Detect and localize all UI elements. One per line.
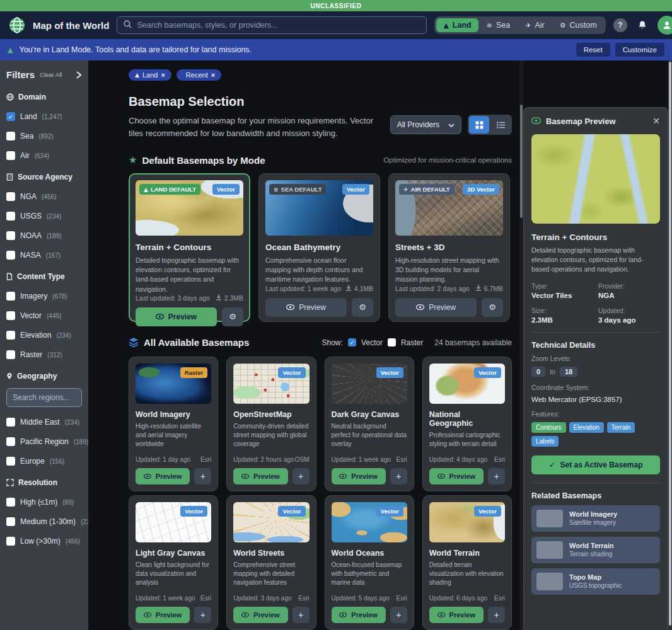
filter-checkbox[interactable] <box>6 151 15 160</box>
global-search[interactable] <box>117 16 427 34</box>
settings-gear-button[interactable]: ⚙ <box>352 298 373 317</box>
list-view-button[interactable] <box>490 116 511 134</box>
preview-button[interactable]: Preview <box>429 468 484 484</box>
scrollbar-thumb[interactable] <box>669 62 671 626</box>
filter-checkbox[interactable] <box>6 231 15 240</box>
filter-checkbox[interactable] <box>6 251 15 260</box>
filter-option[interactable]: Low (>30m) (456) <box>6 537 82 546</box>
basemap-card[interactable]: Raster World Imagery High-resolution sat… <box>129 357 218 491</box>
filter-option[interactable]: NOAA (189) <box>6 231 82 240</box>
preview-button[interactable]: Preview <box>429 607 484 623</box>
filter-checkbox[interactable] <box>6 457 15 466</box>
filter-checkbox[interactable] <box>6 292 15 301</box>
basemap-card[interactable]: Vector World Oceans Ocean-focused basema… <box>325 495 414 630</box>
help-button[interactable]: ? <box>613 18 627 32</box>
settings-gear-button[interactable]: ⚙ <box>222 307 243 326</box>
default-card-air[interactable]: ✈ AIR DEFAULT 3D Vector Streets + 3D Hig… <box>388 173 510 322</box>
region-search-input[interactable] <box>6 388 82 407</box>
related-basemap-item[interactable]: World Imagery Satellite imagery <box>531 505 660 532</box>
preview-button[interactable]: Preview <box>233 607 287 623</box>
preview-button[interactable]: Preview <box>136 307 217 326</box>
mode-button[interactable]: ⚙ Custom <box>553 18 604 32</box>
filter-checkbox[interactable] <box>6 311 15 320</box>
basemap-card[interactable]: Vector World Terrain Detailed terrain vi… <box>422 495 512 630</box>
filter-checkbox[interactable] <box>6 112 15 121</box>
add-basemap-button[interactable]: + <box>390 468 407 484</box>
add-basemap-button[interactable]: + <box>194 468 211 484</box>
preview-button[interactable]: Preview <box>136 468 190 484</box>
page-scrollbar[interactable] <box>668 60 672 630</box>
filter-option[interactable]: Air (634) <box>6 151 82 160</box>
filter-option[interactable]: Medium (1-30m) (234) <box>6 517 82 526</box>
add-basemap-button[interactable]: + <box>293 468 310 484</box>
basemap-card[interactable]: Vector OpenStreetMap Community-driven de… <box>226 357 316 491</box>
close-icon[interactable]: ✕ <box>652 117 660 125</box>
mode-button[interactable]: ▲ Land <box>436 18 478 32</box>
search-input[interactable] <box>137 21 420 30</box>
related-basemap-item[interactable]: World Terrain Terrain shading <box>531 537 660 563</box>
filter-checkbox[interactable] <box>6 498 15 507</box>
filter-checkbox[interactable] <box>6 132 15 140</box>
basemap-card[interactable]: Vector National Geographic Professional … <box>422 357 512 491</box>
collapse-sidebar-chevron-icon[interactable] <box>76 71 82 79</box>
vector-checkbox[interactable] <box>348 338 356 346</box>
mode-button[interactable]: ≋ Sea <box>480 18 517 32</box>
preview-button[interactable]: Preview <box>332 607 386 623</box>
filter-option[interactable]: Elevation (234) <box>6 331 82 340</box>
add-basemap-button[interactable]: + <box>390 607 407 623</box>
filter-checkbox[interactable] <box>6 437 15 446</box>
basemap-card[interactable]: Vector Light Gray Canvas Clean light bac… <box>129 495 218 630</box>
filter-chip[interactable]: ▲ Land × <box>129 69 171 81</box>
set-active-basemap-button[interactable]: ✓ Set as Active Basemap <box>531 455 660 474</box>
basemap-card[interactable]: Vector World Streets Comprehensive stree… <box>226 495 316 630</box>
add-basemap-button[interactable]: + <box>488 607 505 623</box>
vector-label[interactable]: Vector <box>361 338 383 347</box>
reset-button[interactable]: Reset <box>576 43 610 57</box>
filter-option[interactable]: Vector (445) <box>6 311 82 320</box>
filter-option[interactable]: Raster (312) <box>6 350 82 359</box>
filter-checkbox[interactable] <box>6 517 15 526</box>
default-card-land[interactable]: ▲ LAND DEFAULT Vector Terrain + Contours… <box>129 173 250 322</box>
scrollbar-thumb[interactable] <box>520 105 523 218</box>
filter-chip[interactable]: Recent × <box>177 69 221 81</box>
notifications-bell-icon[interactable] <box>635 18 650 33</box>
filter-option[interactable]: Imagery (678) <box>6 292 82 301</box>
chip-remove-icon[interactable]: × <box>161 71 165 79</box>
filter-option[interactable]: Europe (156) <box>6 457 82 466</box>
grid-view-button[interactable] <box>469 116 489 134</box>
preview-button[interactable]: Preview <box>395 298 477 317</box>
preview-button[interactable]: Preview <box>136 607 190 623</box>
filter-option[interactable]: NASA (167) <box>6 251 82 260</box>
customize-button[interactable]: Customize <box>615 43 664 57</box>
filter-checkbox[interactable] <box>6 331 15 340</box>
filter-checkbox[interactable] <box>6 192 15 201</box>
filter-checkbox[interactable] <box>6 537 15 546</box>
preview-button[interactable]: Preview <box>332 468 386 484</box>
raster-label[interactable]: Raster <box>401 338 423 347</box>
basemap-card[interactable]: Vector Dark Gray Canvas Neutral backgrou… <box>325 357 414 491</box>
filter-checkbox[interactable] <box>6 418 15 427</box>
default-card-sea[interactable]: ≋ SEA DEFAULT Vector Ocean Bathymetry Co… <box>258 173 380 322</box>
add-basemap-button[interactable]: + <box>194 607 211 623</box>
raster-checkbox[interactable] <box>388 338 396 346</box>
filter-option[interactable]: Land (1,247) <box>6 112 82 121</box>
main-scrollbar[interactable] <box>519 60 523 630</box>
filter-checkbox[interactable] <box>6 350 15 359</box>
chip-remove-icon[interactable]: × <box>211 71 215 79</box>
settings-gear-button[interactable]: ⚙ <box>482 298 503 317</box>
preview-button[interactable]: Preview <box>265 298 347 317</box>
add-basemap-button[interactable]: + <box>488 468 505 484</box>
filter-option[interactable]: Sea (892) <box>6 132 82 140</box>
preview-button[interactable]: Preview <box>233 468 287 484</box>
filter-checkbox[interactable] <box>6 212 15 220</box>
filter-option[interactable]: Middle East (234) <box>6 418 82 427</box>
filter-option[interactable]: USGS (234) <box>6 212 82 220</box>
filter-option[interactable]: NGA (456) <box>6 192 82 201</box>
filter-option[interactable]: High (≤1m) (89) <box>6 498 82 507</box>
clear-all-link[interactable]: Clear All <box>40 71 62 78</box>
mode-button[interactable]: ✈ Air <box>518 18 552 32</box>
filter-option[interactable]: Pacific Region (189) <box>6 437 82 446</box>
related-basemap-item[interactable]: Topo Map USGS topographic <box>531 568 660 595</box>
providers-dropdown[interactable]: All Providers <box>390 115 461 134</box>
user-avatar[interactable] <box>658 16 672 35</box>
